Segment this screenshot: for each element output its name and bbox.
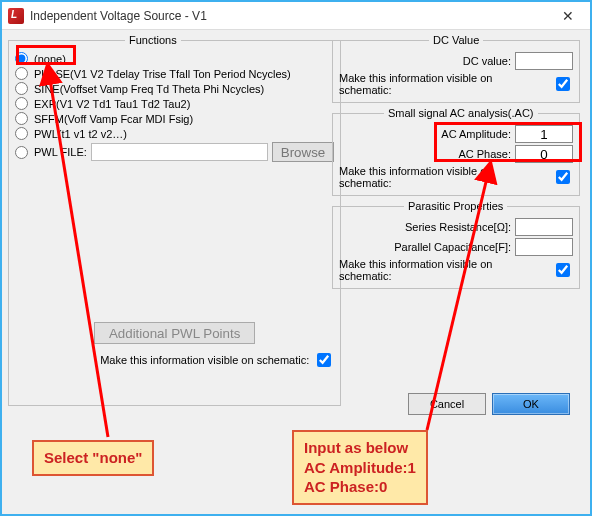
functions-visible-row: Make this information visible on schemat… [15,350,334,370]
callout-right-line3: AC Phase:0 [304,477,416,497]
radio-sffm[interactable]: SFFM(Voff Vamp Fcar MDI Fsig) [15,112,334,125]
radio-exp-input[interactable] [15,97,28,110]
callout-select-none: Select "none" [32,440,154,476]
window-title: Independent Voltage Source - V1 [30,9,546,23]
parasitic-legend: Parasitic Properties [404,200,507,212]
ac-visible-checkbox[interactable] [556,170,570,184]
close-button[interactable]: ✕ [546,2,590,30]
radio-pwlfile[interactable]: PWL FILE: Browse [15,142,334,162]
dc-visible-checkbox[interactable] [556,77,570,91]
dc-value-input[interactable] [515,52,573,70]
radio-exp-label: EXP(V1 V2 Td1 Tau1 Td2 Tau2) [34,98,190,110]
radio-sine-label: SINE(Voffset Vamp Freq Td Theta Phi Ncyc… [34,83,264,95]
ac-visible-label: Make this information visible on schemat… [339,165,548,189]
parasitic-visible-label: Make this information visible on schemat… [339,258,548,282]
radio-pwl[interactable]: PWL(t1 v1 t2 v2…) [15,127,334,140]
ac-legend: Small signal AC analysis(.AC) [384,107,538,119]
annotation-box-ac [434,122,582,162]
radio-sffm-input[interactable] [15,112,28,125]
dc-legend: DC Value [429,34,483,46]
functions-visible-checkbox[interactable] [317,353,331,367]
radio-sine-input[interactable] [15,82,28,95]
series-r-label: Series Resistance[Ω]: [405,221,511,233]
parallel-c-input[interactable] [515,238,573,256]
pwlfile-path-input[interactable] [91,143,268,161]
parasitic-group: Parasitic Properties Series Resistance[Ω… [332,200,580,289]
radio-pulse[interactable]: PULSE(V1 V2 Tdelay Trise Tfall Ton Perio… [15,67,334,80]
functions-legend: Functions [125,34,181,46]
ok-button[interactable]: OK [492,393,570,415]
dc-group: DC Value DC value: Make this information… [332,34,580,103]
callout-input-ac: Input as below AC Amplitude:1 AC Phase:0 [292,430,428,505]
dc-visible-label: Make this information visible on schemat… [339,72,548,96]
radio-pwl-label: PWL(t1 v1 t2 v2…) [34,128,127,140]
parasitic-visible-checkbox[interactable] [556,263,570,277]
radio-sine[interactable]: SINE(Voffset Vamp Freq Td Theta Phi Ncyc… [15,82,334,95]
right-pane: DC Value DC value: Make this information… [332,34,580,421]
series-r-input[interactable] [515,218,573,236]
additional-pwl-button[interactable]: Additional PWL Points [94,322,255,344]
radio-pulse-label: PULSE(V1 V2 Tdelay Trise Tfall Ton Perio… [34,68,291,80]
callout-right-line1: Input as below [304,438,416,458]
annotation-box-none [16,45,76,65]
radio-sffm-label: SFFM(Voff Vamp Fcar MDI Fsig) [34,113,193,125]
browse-button[interactable]: Browse [272,142,334,162]
dialog-body: Functions (none) PULSE(V1 V2 Tdelay Tris… [2,30,590,418]
callout-left-text: Select "none" [44,449,142,466]
functions-visible-label: Make this information visible on schemat… [100,354,309,366]
parallel-c-label: Parallel Capacitance[F]: [394,241,511,253]
radio-exp[interactable]: EXP(V1 V2 Td1 Tau1 Td2 Tau2) [15,97,334,110]
radio-pwl-input[interactable] [15,127,28,140]
radio-pwlfile-input[interactable] [15,146,28,159]
titlebar: Independent Voltage Source - V1 ✕ [2,2,590,30]
app-icon [8,8,24,24]
radio-pwlfile-label: PWL FILE: [34,146,87,158]
callout-right-line2: AC Amplitude:1 [304,458,416,478]
radio-pulse-input[interactable] [15,67,28,80]
cancel-button[interactable]: Cancel [408,393,486,415]
functions-group: Functions (none) PULSE(V1 V2 Tdelay Tris… [8,34,341,406]
dc-value-label: DC value: [463,55,511,67]
